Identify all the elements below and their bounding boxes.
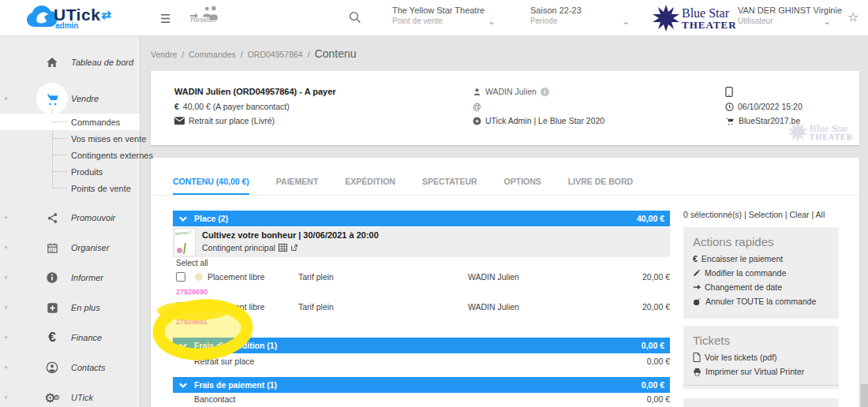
expand-icon[interactable]: + — [4, 394, 8, 401]
chevron-down-icon[interactable]: ⌄ — [488, 16, 496, 27]
select-all-label[interactable]: Select all — [176, 259, 208, 267]
sidebar-item-vos-mises-en-vente[interactable]: Vos mises en vente — [0, 130, 140, 147]
action-changement-date[interactable]: Changement de date — [693, 282, 829, 292]
tab-contenu[interactable]: CONTENU (40,00 €) — [173, 170, 249, 195]
watermark-line1: Blue Star — [810, 123, 853, 133]
section-header-place[interactable]: Place (2) 40,00 € — [173, 211, 670, 226]
pencil-icon — [693, 269, 701, 277]
tickets-title: Tickets — [693, 334, 829, 347]
section-header-payment[interactable]: Frais de paiement (1) 0,00 € — [173, 377, 670, 393]
expand-icon[interactable]: + — [4, 244, 8, 252]
breadcrumb-commandes[interactable]: Commandes — [189, 50, 236, 59]
ticket-price: 20,00 € — [642, 272, 670, 282]
event-thumbnail[interactable]: bonheur ! — [174, 228, 196, 256]
sidebar-item-tableau-de-bord[interactable]: Tableau de bord — [0, 47, 140, 77]
expand-icon[interactable]: + — [4, 274, 8, 282]
sidebar-item-label: Contacts — [71, 363, 105, 372]
quick-actions-card: Actions rapides € Encaisser le paiement … — [683, 227, 839, 319]
tab-paiement[interactable]: PAIEMENT — [276, 170, 318, 195]
collapse-icon[interactable]: × — [4, 95, 8, 103]
breadcrumb-vendre[interactable]: Vendre — [151, 50, 177, 59]
bluestar-watermark: Blue Star THEATER — [788, 121, 853, 142]
tab-spectateur[interactable]: SPECTATEUR — [422, 170, 477, 195]
sidebar-item-points-de-vente[interactable]: Points de vente — [0, 180, 140, 196]
breadcrumb-separator: / — [308, 50, 310, 59]
sidebar-item-organiser[interactable]: + Organiser — [0, 233, 140, 263]
logo-arrows-icon: ⇄ — [101, 8, 111, 22]
sidebar-item-label: Finance — [71, 333, 102, 342]
sidebar-item-contacts[interactable]: + Contacts — [0, 353, 140, 383]
action-label: Modifier la commande — [705, 268, 786, 278]
chevron-down-icon[interactable]: ⌄ — [622, 16, 630, 27]
tab-options[interactable]: OPTIONS — [504, 170, 541, 195]
expand-icon[interactable]: + — [4, 334, 8, 342]
tickets-card: Tickets Voir les tickets (pdf) Imprimer … — [683, 326, 839, 389]
breadcrumb-separator: / — [181, 50, 184, 59]
action-annuler-commande[interactable]: Annuler TOUTE la commande — [693, 297, 829, 306]
pdf-file-icon — [693, 353, 701, 362]
utick-logo: UTick ⇄ admin — [24, 3, 111, 32]
order-channel: UTick Admin | Le Blue Star 2020 — [485, 116, 604, 125]
period-selector[interactable]: Saison 22-23 Periode — [530, 6, 582, 25]
point-of-sale-label: Point de vente — [392, 17, 485, 25]
expand-icon[interactable]: + — [4, 304, 8, 312]
period-value: Saison 22-23 — [530, 6, 582, 15]
clock-icon — [725, 103, 734, 111]
section-header-shipping[interactable]: Frais d'expédition (1) 0,00 € — [173, 338, 670, 353]
sidebar-item-finance[interactable]: + € Finance — [0, 323, 140, 353]
sidebar-item-promouvoir[interactable]: + Promouvoir — [0, 203, 140, 233]
search-icon[interactable] — [348, 10, 362, 24]
view-tickets-pdf[interactable]: Voir les tickets (pdf) — [693, 353, 829, 362]
mobile-phone-icon — [725, 87, 733, 97]
reseller-button[interactable]: Reseller — [184, 5, 223, 24]
at-icon: @ — [473, 102, 481, 111]
ticket-number-link[interactable]: 27929691 — [176, 318, 208, 326]
sidebar-item-vendre[interactable]: × Vendre — [0, 84, 140, 114]
hamburger-icon[interactable]: ☰ — [160, 12, 170, 26]
tariff: Tarif plein — [298, 302, 468, 312]
poster-text: bonheur ! — [175, 230, 193, 236]
action-encaisser-paiement[interactable]: € Encaisser le paiement — [693, 254, 829, 263]
clear-link[interactable]: Clear — [789, 210, 809, 219]
favorite-star-icon[interactable]: ☆ — [847, 9, 859, 24]
point-of-sale-selector[interactable]: The Yellow Star Theatre Point de vente — [392, 6, 485, 25]
sidebar-item-label: UTick — [71, 393, 93, 402]
sidebar-item-produits[interactable]: Produits — [0, 163, 140, 180]
share-icon — [36, 202, 68, 233]
expand-icon[interactable]: + — [4, 214, 8, 222]
selection-bar: 0 sélectionné(s) | Selection | Clear | A… — [683, 210, 825, 219]
sidebar-item-utick[interactable]: + ⚙⚙ UTick — [0, 383, 140, 407]
print-virtual-printer[interactable]: Imprimer sur Virtual Printer — [693, 367, 829, 376]
calendar-icon — [36, 232, 68, 263]
contingent-label: Contingent principal — [202, 243, 275, 252]
action-modifier-commande[interactable]: Modifier la commande — [693, 268, 829, 278]
all-link[interactable]: All — [816, 210, 825, 219]
plus-square-icon — [36, 292, 68, 323]
sidebar-item-contingents-externes[interactable]: Contingents externes — [0, 147, 140, 163]
seating-map-icon[interactable] — [279, 244, 287, 252]
scrollbar-thumb[interactable] — [861, 384, 868, 407]
tariff: Tarif plein — [298, 272, 468, 282]
ticket-checkbox[interactable] — [176, 302, 185, 312]
info-badge-icon[interactable]: i — [541, 88, 549, 96]
expand-icon[interactable]: + — [4, 364, 8, 372]
section-title: Frais d'expédition (1) — [194, 341, 277, 350]
cart-small-icon — [725, 117, 735, 125]
sidebar-item-informer[interactable]: + Informer — [0, 263, 140, 293]
tab-livre-de-bord[interactable]: LIVRE DE BORD — [568, 170, 633, 195]
ticket-number-link[interactable]: 27929690 — [176, 288, 208, 296]
chevron-down-icon[interactable]: ⌄ — [823, 16, 831, 27]
printer-icon — [693, 368, 702, 376]
top-header: UTick ⇄ admin ☰ Reseller The Yellow Star… — [0, 0, 868, 36]
section-amount: 0,00 € — [642, 380, 664, 390]
selection-link[interactable]: Selection — [749, 210, 783, 219]
breadcrumb-order-id[interactable]: ORD04957864 — [248, 50, 303, 59]
tab-expedition[interactable]: EXPÉDITION — [345, 170, 395, 195]
sidebar-item-commandes[interactable]: Commandes — [0, 114, 140, 130]
quick-actions-title: Actions rapides — [693, 235, 829, 248]
sidebar-item-en-plus[interactable]: + En plus — [0, 293, 140, 323]
external-link-icon[interactable] — [290, 244, 298, 252]
ticket-checkbox[interactable] — [176, 272, 185, 282]
home-icon — [36, 47, 68, 78]
main-area: Vendre / Commandes / ORD04957864 / Conte… — [141, 36, 868, 407]
